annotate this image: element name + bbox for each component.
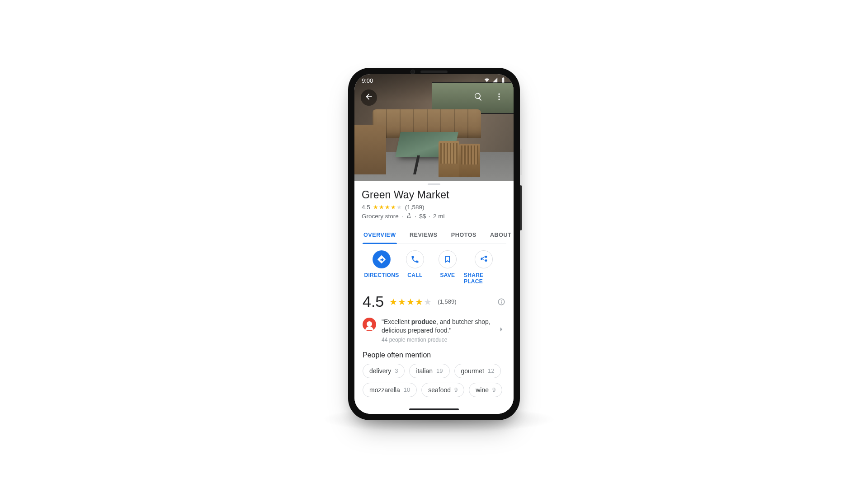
tab-reviews[interactable]: REVIEWS [409,227,439,244]
rating-info-button[interactable] [497,298,505,306]
tab-photos[interactable]: PHOTOS [450,227,477,244]
share-label: SHARE PLACE [464,272,504,285]
screen: 9:00 [354,74,514,414]
device-volume-button [520,185,522,230]
phone-icon [406,250,424,268]
svg-point-2 [498,99,500,100]
battery-icon [500,77,506,84]
directions-label: DIRECTIONS [364,272,399,278]
status-bar: 9:00 [354,74,514,87]
chip-count: 3 [395,367,398,374]
chip-label: delivery [369,367,391,375]
price-level: $$ [419,213,426,220]
save-button[interactable]: SAVE [431,250,464,285]
chip-italian[interactable]: italian 19 [409,364,449,378]
home-gesture-pill[interactable] [409,408,459,410]
tab-about[interactable]: ABOUT [489,227,512,244]
device-speaker [420,70,448,73]
chip-wine[interactable]: wine 9 [469,383,502,397]
chip-label: seafood [428,386,451,394]
distance: 2 mi [433,213,445,220]
call-label: CALL [407,272,422,278]
action-row: DIRECTIONS CALL SAVE [362,244,506,288]
chip-count: 12 [488,367,494,374]
mentions-heading: People often mention [363,351,505,359]
status-time: 9:00 [362,77,373,84]
sheet-drag-handle[interactable] [428,183,440,185]
rating-value-small: 4.5 [362,204,370,211]
device-camera [410,70,415,74]
place-meta-rating: 4.5 ★★★★★ (1,589) [362,204,506,211]
chip-gourmet[interactable]: gourmet 12 [454,364,501,378]
place-meta-details: Grocery store · · $$ · 2 mi [362,212,506,220]
place-hero-photo[interactable]: 9:00 [354,74,514,181]
chip-label: wine [476,386,489,394]
svg-point-3 [408,213,409,214]
star-rating-large: ★★★★★ [389,296,432,307]
phone-frame: 9:00 [348,68,520,420]
svg-point-1 [498,96,500,97]
bookmark-icon [439,250,457,268]
android-nav-bar [354,405,514,414]
chip-label: gourmet [461,367,484,375]
chip-label: mozzarella [369,386,400,394]
svg-point-0 [498,94,500,95]
chip-seafood[interactable]: seafood 9 [421,383,464,397]
reviewer-avatar [363,318,376,331]
search-button[interactable] [470,89,486,106]
search-icon [474,92,483,103]
rating-value-large: 4.5 [363,293,384,310]
place-category: Grocery store [362,213,399,220]
review-count-large: (1,589) [438,298,456,305]
chip-count: 9 [492,386,495,393]
call-button[interactable]: CALL [399,250,431,285]
overflow-menu-button[interactable] [491,89,507,106]
share-button[interactable]: SHARE PLACE [464,250,504,285]
place-title: Green Way Market [362,189,506,201]
wheelchair-icon [406,212,412,220]
review-count-small: (1,589) [405,204,425,211]
info-icon [497,300,505,307]
chip-label: italian [416,367,433,375]
wifi-icon [484,77,490,84]
star-rating-small: ★★★★★ [373,204,402,211]
directions-icon [373,250,391,268]
chip-count: 9 [454,386,458,393]
app-bar [354,89,514,106]
mention-chips: delivery 3 italian 19 gourmet 12 mozzare… [362,364,506,397]
review-mention-count: 44 people mention produce [382,337,492,343]
chip-count: 19 [436,367,443,374]
chip-delivery[interactable]: delivery 3 [363,364,405,378]
review-quote: "Excellent produce, and butcher shop, de… [382,318,492,335]
review-snippet[interactable]: "Excellent produce, and butcher shop, de… [362,312,506,346]
save-label: SAVE [440,272,455,278]
device-power-button [520,149,522,175]
rating-summary: 4.5 ★★★★★ (1,589) [362,288,506,312]
chip-mozzarella[interactable]: mozzarella 10 [363,383,417,397]
more-vert-icon [495,92,504,103]
tab-overview[interactable]: OVERVIEW [363,227,397,244]
place-sheet: Green Way Market 4.5 ★★★★★ (1,589) Groce… [354,181,514,414]
directions-button[interactable]: DIRECTIONS [364,250,399,285]
chevron-right-icon [497,325,505,335]
back-button[interactable] [361,89,377,106]
signal-icon [492,77,498,84]
chip-count: 10 [404,386,410,393]
place-tabs: OVERVIEW REVIEWS PHOTOS ABOUT [362,227,506,244]
share-icon [475,250,493,268]
arrow-left-icon [364,92,373,103]
